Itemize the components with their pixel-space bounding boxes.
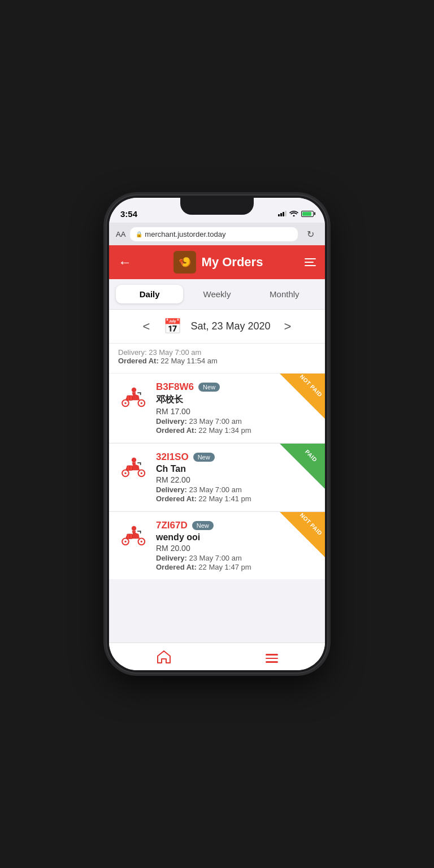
delivery-icon-1 (118, 452, 149, 483)
status-ribbon-text-0: NOT PAID (290, 374, 325, 406)
menu-line-1 (305, 258, 316, 259)
status-ribbon-1: PAID (280, 444, 325, 489)
svg-point-3 (140, 402, 142, 404)
signal-bar-4 (285, 211, 287, 216)
menu-nav-button[interactable] (254, 649, 289, 667)
scooter-icon-1 (120, 454, 148, 480)
scooter-icon-2 (120, 523, 148, 548)
order-id-2: 7ZI67D (156, 520, 188, 531)
order-item-0[interactable]: NOT PAID (109, 374, 325, 442)
partial-order-item[interactable]: Delivery: 23 May 7:00 am Ordered At: 22 … (109, 344, 325, 374)
order-ordered-at-1: Ordered At: 22 May 1:41 pm (156, 494, 316, 503)
url-text: merchant.justorder.today (145, 230, 225, 238)
svg-point-21 (140, 541, 142, 542)
svg-point-1 (124, 402, 126, 404)
svg-point-15 (131, 458, 136, 462)
partial-ordered-at: Ordered At: 22 May 11:54 am (118, 357, 316, 365)
status-ribbon-0: NOT PAID (280, 374, 325, 419)
svg-point-19 (124, 541, 126, 542)
partial-delivery: Delivery: 23 May 7:00 am (118, 348, 316, 357)
calendar-icon[interactable]: 📅 (163, 318, 181, 335)
status-ribbon-2: NOT PAID (280, 512, 325, 557)
status-time: 3:54 (120, 209, 137, 219)
order-ordered-at-2: Ordered At: 22 May 1:47 pm (156, 563, 316, 571)
lock-icon: 🔒 (136, 231, 142, 237)
menu-line-2 (305, 262, 314, 263)
status-icons (278, 210, 314, 218)
order-id-1: 32I1SO (156, 452, 189, 463)
tab-weekly[interactable]: Weekly (183, 285, 250, 303)
partial-delivery-time: 23 May 7:00 am (149, 348, 201, 357)
signal-bar-2 (280, 213, 282, 216)
delivery-icon-0 (118, 381, 149, 413)
status-ribbon-text-2: NOT PAID (290, 512, 325, 545)
partial-ordered-time: 22 May 11:54 am (160, 357, 217, 365)
svg-point-12 (140, 472, 142, 474)
battery-icon (301, 211, 314, 217)
new-badge-0: New (198, 383, 220, 392)
list-bottom-spacer (109, 580, 325, 584)
browser-url-bar[interactable]: 🔒 merchant.justorder.today (130, 227, 298, 241)
order-ordered-at-0: Ordered At: 22 May 1:34 pm (156, 426, 316, 435)
signal-bars (278, 211, 287, 216)
scooter-icon (120, 384, 148, 410)
header-logo: 🍤 (173, 251, 196, 274)
svg-point-10 (124, 472, 126, 474)
home-icon (156, 649, 172, 668)
order-id-0: B3F8W6 (156, 381, 194, 393)
date-navigator: < 📅 Sat, 23 May 2020 > (109, 310, 325, 344)
browser-bar: AA 🔒 merchant.justorder.today ↻ (109, 223, 325, 245)
menu-line-a (266, 654, 278, 656)
status-bar: 3:54 (109, 198, 325, 223)
menu-line-3 (305, 265, 316, 266)
refresh-button[interactable]: ↻ (302, 226, 318, 242)
wifi-icon (289, 210, 298, 218)
prev-date-button[interactable]: < (138, 319, 155, 334)
logo-emoji: 🍤 (179, 256, 191, 268)
current-date: Sat, 23 May 2020 (190, 320, 270, 332)
signal-bar-3 (283, 212, 284, 216)
tab-daily[interactable]: Daily (116, 285, 183, 303)
browser-aa-label[interactable]: AA (116, 230, 125, 238)
header-center: 🍤 My Orders (173, 251, 263, 274)
order-item-2[interactable]: NOT PAID (109, 512, 325, 579)
phone-frame: 3:54 (107, 196, 327, 672)
ordered-at-label: Ordered At: (118, 357, 160, 365)
delivery-icon-2 (118, 520, 149, 551)
content-area: ← 🍤 My Orders Daily Weekly Monthly (109, 245, 325, 670)
notch (180, 198, 254, 215)
menu-nav-icon (266, 654, 278, 663)
status-ribbon-text-1: PAID (290, 444, 325, 476)
tab-monthly[interactable]: Monthly (251, 285, 318, 303)
svg-point-24 (131, 526, 136, 531)
delivery-label: Delivery: (118, 348, 149, 357)
new-badge-1: New (193, 453, 215, 462)
menu-line-c (266, 661, 278, 663)
app-header: ← 🍤 My Orders (109, 245, 325, 279)
back-button[interactable]: ← (118, 254, 132, 270)
phone-inner: 3:54 (109, 198, 325, 670)
svg-point-6 (131, 388, 136, 392)
order-item-1[interactable]: PAID (109, 444, 325, 511)
tab-bar: Daily Weekly Monthly (109, 279, 325, 310)
menu-button[interactable] (305, 258, 316, 266)
new-badge-2: New (192, 521, 214, 530)
next-date-button[interactable]: > (280, 319, 296, 334)
signal-bar-1 (278, 214, 280, 216)
battery-fill (302, 212, 311, 216)
order-list[interactable]: Delivery: 23 May 7:00 am Ordered At: 22 … (109, 344, 325, 643)
header-title: My Orders (202, 255, 263, 270)
menu-line-b (266, 658, 278, 659)
home-nav-button[interactable] (145, 645, 183, 671)
bottom-nav (109, 643, 325, 670)
